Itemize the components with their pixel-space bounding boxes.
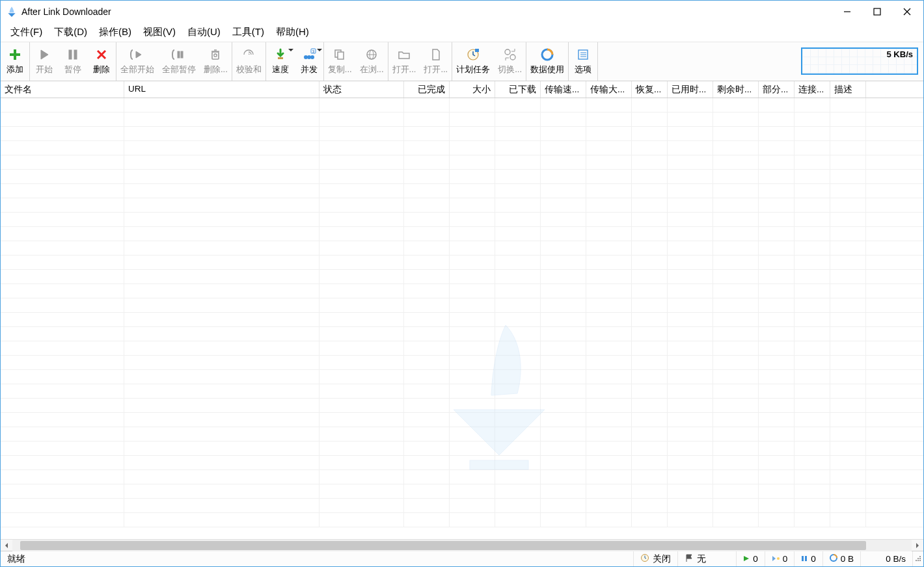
- table-row: [1, 170, 923, 184]
- svg-point-17: [310, 55, 314, 59]
- delete-button[interactable]: 删除: [87, 42, 116, 81]
- svg-point-28: [510, 55, 515, 60]
- queue-small-icon: [772, 554, 780, 564]
- start-all-button[interactable]: 全部开始: [116, 42, 158, 81]
- status-label: 0: [753, 554, 758, 564]
- open-browser-button[interactable]: 在浏...: [356, 42, 388, 81]
- menu-action[interactable]: 操作(B): [93, 23, 137, 41]
- open-folder-button[interactable]: 打开...: [388, 42, 420, 81]
- start-button[interactable]: 开始: [30, 42, 59, 81]
- status-queued: 0: [765, 551, 795, 566]
- svg-rect-26: [475, 49, 479, 52]
- close-button[interactable]: [892, 1, 922, 22]
- clock-icon: [466, 47, 480, 62]
- status-label: 0 B: [841, 554, 854, 564]
- column-header[interactable]: 恢复...: [632, 81, 668, 98]
- pause-icon: [66, 47, 79, 62]
- column-header[interactable]: URL: [124, 81, 319, 98]
- schedule-button[interactable]: 计划任务: [452, 42, 494, 81]
- column-header[interactable]: 状态: [319, 81, 404, 98]
- data-small-icon: [830, 554, 837, 564]
- column-header[interactable]: 已完成: [404, 81, 450, 98]
- menu-tools[interactable]: 工具(T): [226, 23, 270, 41]
- trash-icon: [209, 47, 222, 62]
- scroll-right-button[interactable]: [912, 540, 923, 551]
- pause-button[interactable]: 暂停: [59, 42, 87, 81]
- table-row: [1, 298, 923, 313]
- delete-more-button[interactable]: 删除...: [200, 42, 232, 81]
- data-usage-icon: [540, 47, 554, 62]
- toolbar-label: 打开...: [424, 64, 448, 75]
- table-row: [1, 413, 923, 427]
- speed-button[interactable]: 速度: [266, 42, 295, 81]
- resize-grip[interactable]: [913, 555, 923, 564]
- svg-rect-40: [919, 556, 921, 557]
- svg-rect-37: [802, 556, 804, 561]
- column-header[interactable]: 部分...: [759, 81, 795, 98]
- table-row: [1, 141, 923, 155]
- list-icon: [577, 47, 590, 62]
- column-header[interactable]: 文件名: [1, 81, 124, 98]
- column-header[interactable]: 传输速...: [541, 81, 586, 98]
- toolbar-label: 全部暂停: [162, 64, 196, 75]
- table-row: [1, 484, 923, 499]
- column-header[interactable]: 已用时...: [668, 81, 713, 98]
- column-header[interactable]: 已下载: [495, 81, 541, 98]
- column-header[interactable]: 剩余时...: [713, 81, 759, 98]
- table-row: [1, 513, 923, 527]
- add-button[interactable]: 添加: [1, 42, 29, 81]
- open-file-button[interactable]: 打开...: [420, 42, 452, 81]
- column-header[interactable]: 描述: [830, 81, 866, 98]
- svg-rect-12: [212, 52, 219, 59]
- menu-help[interactable]: 帮助(H): [270, 23, 315, 41]
- concurrency-button[interactable]: 3 并发: [295, 42, 323, 81]
- x-icon: [95, 47, 108, 62]
- scrollbar-track[interactable]: [12, 540, 912, 551]
- svg-rect-10: [178, 51, 180, 58]
- data-usage-button[interactable]: 数据使用: [526, 42, 568, 81]
- toolbar-label: 复制...: [328, 64, 352, 75]
- toolbar: 添加 开始 暂停 删除 全部开始 全部暂停: [1, 42, 923, 81]
- copy-button[interactable]: 复制...: [324, 42, 356, 81]
- toolbar-label: 在浏...: [360, 64, 384, 75]
- column-header[interactable]: 大小: [450, 81, 495, 98]
- dropdown-caret-icon: [288, 47, 293, 53]
- table-row: [1, 427, 923, 442]
- scroll-left-button[interactable]: [1, 540, 12, 551]
- svg-rect-6: [69, 50, 72, 59]
- switch-button[interactable]: 切换...: [494, 42, 526, 81]
- table-body[interactable]: [1, 98, 923, 539]
- minimize-button[interactable]: [832, 1, 862, 22]
- column-header[interactable]: 传输大...: [586, 81, 632, 98]
- file-icon: [429, 47, 442, 62]
- checksum-button[interactable]: 校验和: [232, 42, 265, 81]
- menu-file[interactable]: 文件(F): [5, 23, 48, 41]
- toolbar-label: 并发: [301, 64, 318, 75]
- table-row: [1, 270, 923, 284]
- table-row: [1, 456, 923, 470]
- toolbar-label: 校验和: [236, 64, 262, 75]
- table-row: [1, 327, 923, 341]
- toolbar-label: 速度: [272, 64, 289, 75]
- menu-auto[interactable]: 自动(U): [182, 23, 226, 41]
- status-label: 0 B/s: [886, 554, 906, 564]
- menu-download[interactable]: 下载(D): [48, 23, 93, 41]
- svg-rect-14: [278, 57, 283, 59]
- table-row: [1, 213, 923, 227]
- toolbar-label: 删除: [93, 64, 110, 75]
- app-window: After Link Downloader 文件(F) 下载(D) 操作(B) …: [0, 0, 924, 567]
- scrollbar-thumb[interactable]: [20, 541, 866, 550]
- pause-all-button[interactable]: 全部暂停: [158, 42, 200, 81]
- clock-small-icon: [640, 553, 649, 564]
- options-button[interactable]: 选项: [569, 42, 597, 81]
- table-row: [1, 470, 923, 484]
- toolbar-label: 选项: [575, 64, 591, 75]
- horizontal-scrollbar[interactable]: [1, 539, 923, 551]
- folder-open-icon: [398, 47, 411, 62]
- status-filter[interactable]: 无: [678, 551, 737, 566]
- maximize-button[interactable]: [862, 1, 892, 22]
- svg-rect-43: [916, 560, 917, 561]
- menu-view[interactable]: 视图(V): [137, 23, 182, 41]
- status-schedule[interactable]: 关闭: [634, 551, 678, 566]
- column-header[interactable]: 连接...: [795, 81, 830, 98]
